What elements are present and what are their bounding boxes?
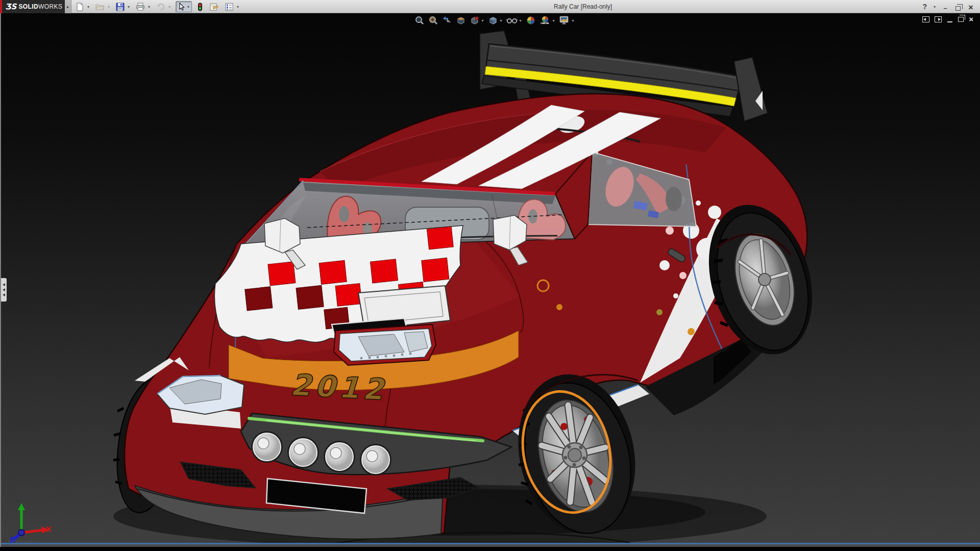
hide-show-items-button[interactable]: ▾: [505, 15, 523, 26]
edit-appearance-button[interactable]: [525, 15, 537, 26]
view-orientation-icon: [470, 15, 480, 26]
display-style-button[interactable]: ▾: [487, 15, 504, 26]
document-close-button[interactable]: ×: [969, 16, 973, 22]
apply-scene-button[interactable]: ▾: [538, 15, 556, 26]
options-dropdown[interactable]: ▾: [236, 5, 240, 9]
document-restore-button[interactable]: [958, 17, 964, 22]
select-button[interactable]: ▾: [176, 1, 192, 12]
display-style-dropdown[interactable]: ▾: [499, 18, 503, 23]
view-settings-dropdown[interactable]: ▾: [571, 18, 575, 23]
help-dropdown[interactable]: ▾: [933, 5, 937, 9]
select-dropdown[interactable]: ▾: [186, 5, 190, 9]
toggle-left-pane-button[interactable]: [922, 16, 929, 22]
save-dropdown[interactable]: ▾: [127, 5, 131, 9]
view-orientation-button[interactable]: ▾: [469, 15, 485, 26]
display-style-icon: [488, 15, 498, 26]
section-view-button[interactable]: [455, 15, 467, 26]
solidworks-logo: ƷS SOLIDWORKS: [0, 0, 65, 13]
apply-scene-dropdown[interactable]: ▾: [552, 18, 555, 23]
right-headlight: [334, 324, 436, 365]
save-button[interactable]: [115, 1, 126, 12]
undo-icon: [156, 3, 165, 11]
options-checklist-icon: [225, 3, 234, 11]
rally-car-model[interactable]: 2012: [1, 13, 980, 547]
toggle-right-pane-icon: [935, 16, 942, 22]
document-restore-icon: [958, 17, 964, 22]
apply-scene-icon: [540, 15, 551, 26]
close-button[interactable]: ×: [967, 3, 975, 11]
brand-text: SOLIDWORKS: [18, 3, 62, 10]
save-floppy-icon: [116, 3, 125, 11]
document-minimize-button[interactable]: [947, 16, 953, 22]
new-document-icon: [76, 3, 84, 11]
window-controls: ? ▾ – ×: [922, 2, 975, 12]
zoom-to-area-icon: [428, 15, 438, 26]
year-decal: 2012: [288, 368, 395, 407]
undo-dropdown[interactable]: ▾: [167, 5, 172, 9]
toggle-left-pane-icon: [922, 16, 929, 22]
title-bar: ƷS SOLIDWORKS ▸ ▾ ▾: [0, 0, 980, 13]
graphics-viewport[interactable]: 2012: [0, 13, 980, 547]
traffic-light-icon: [197, 3, 203, 11]
heads-up-view-toolbar: ▾ ▾ ▾: [413, 15, 576, 26]
new-dropdown[interactable]: ▾: [86, 5, 90, 9]
view-settings-button[interactable]: ▾: [558, 15, 576, 26]
main-toolbar: ▾ ▾ ▾: [75, 0, 240, 13]
collapse-arrow-icon: [3, 288, 5, 291]
open-dropdown[interactable]: ▾: [107, 5, 111, 9]
undo-button[interactable]: [155, 1, 166, 12]
feature-manager-collapsed-tab[interactable]: [1, 278, 7, 302]
view-settings-icon: [559, 15, 570, 26]
open-folder-icon: [95, 3, 105, 11]
previous-view-icon: [442, 15, 452, 26]
minimize-button[interactable]: –: [941, 3, 949, 11]
collapse-arrow-icon: [3, 293, 5, 296]
restore-icon: [955, 6, 961, 11]
collapse-arrow-icon: [3, 283, 5, 286]
zoom-to-fit-button[interactable]: [413, 15, 426, 26]
document-window-controls: ×: [922, 16, 973, 22]
open-button[interactable]: [94, 1, 106, 12]
window-title: Rally Car [Read-only]: [554, 3, 612, 10]
rebuild-button[interactable]: [196, 1, 204, 12]
print-button[interactable]: [135, 1, 146, 12]
restore-button[interactable]: [954, 3, 962, 11]
status-bar-strip: [1, 544, 980, 547]
zoom-to-area-button[interactable]: [427, 15, 439, 26]
print-icon: [136, 3, 145, 11]
help-button[interactable]: ?: [922, 3, 927, 11]
solidworks-window: ƷS SOLIDWORKS ▸ ▾ ▾: [0, 0, 980, 551]
zoom-to-fit-icon: [414, 15, 425, 26]
hide-show-dropdown[interactable]: ▾: [519, 18, 522, 23]
eyeglasses-icon: [506, 15, 518, 26]
toolbar-expander-button[interactable]: ▸: [65, 0, 71, 13]
new-document-button[interactable]: [75, 1, 85, 12]
file-properties-icon: [209, 3, 218, 11]
view-orientation-dropdown[interactable]: ▾: [481, 18, 484, 23]
file-properties-button[interactable]: [208, 1, 219, 12]
options-button[interactable]: [224, 1, 235, 12]
appearance-ball-icon: [526, 15, 536, 26]
section-view-icon: [456, 15, 466, 26]
select-cursor-icon: [177, 3, 185, 11]
print-dropdown[interactable]: ▾: [147, 5, 151, 9]
brand-glyph: ƷS: [5, 2, 16, 11]
previous-view-button[interactable]: [441, 15, 453, 26]
toggle-right-pane-button[interactable]: [935, 16, 942, 22]
